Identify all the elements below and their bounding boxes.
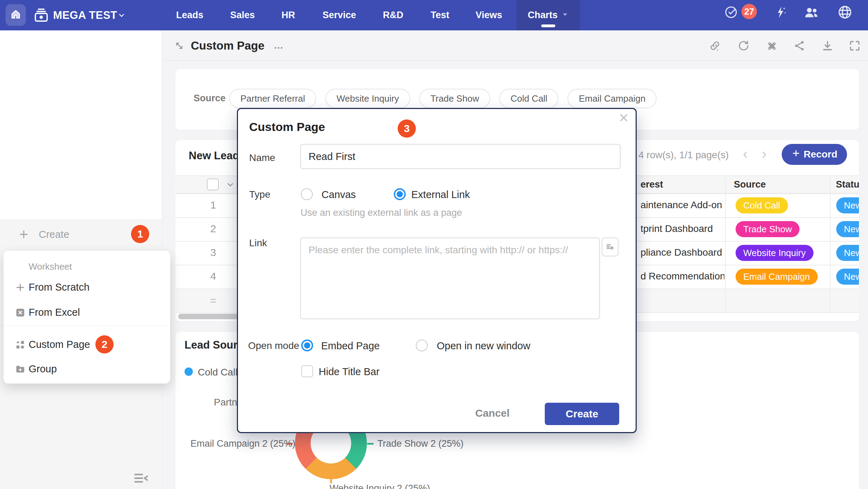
share-icon[interactable] xyxy=(793,39,806,53)
status-badge-clipped[interactable]: New xyxy=(836,221,859,237)
nav-tab-leads[interactable]: Leads xyxy=(176,10,203,21)
source-badge[interactable]: Email Campaign xyxy=(736,269,818,285)
header-status-clipped[interactable]: Status xyxy=(836,179,859,190)
create-label: Create xyxy=(39,229,69,240)
workspace-name[interactable]: MEGA TEST xyxy=(53,9,117,22)
globe-icon[interactable] xyxy=(837,5,853,21)
row-number[interactable]: 1 xyxy=(196,199,231,211)
workspace-logo-icon[interactable] xyxy=(33,7,50,25)
refresh-icon[interactable] xyxy=(737,39,750,53)
add-record-button[interactable]: Record xyxy=(782,144,847,165)
notification-count-badge[interactable]: 27 xyxy=(742,4,757,19)
select-all-checkbox[interactable] xyxy=(207,178,219,190)
radio-open-new-window-label[interactable]: Open in new window xyxy=(437,340,530,352)
automation-bolt-icon[interactable] xyxy=(773,5,788,21)
nav-tab-rd[interactable]: R&D xyxy=(383,10,404,21)
tools-crossed-icon[interactable] xyxy=(766,39,778,53)
charts-dropdown-triangle-icon xyxy=(561,11,569,20)
row-number[interactable]: 3 xyxy=(196,247,231,258)
donut-label-website: Website Inquiry 2 (25%) xyxy=(330,483,430,489)
home-button[interactable] xyxy=(6,4,26,26)
header-interest-fragment[interactable]: erest xyxy=(641,179,663,190)
cell-interest-fragment[interactable]: tprint Dashboard xyxy=(641,223,724,234)
nav-tab-charts-active[interactable]: Charts xyxy=(516,0,580,30)
expand-widget-icon[interactable] xyxy=(174,41,185,52)
nav-tab-service[interactable]: Service xyxy=(323,10,356,21)
legend-dot xyxy=(185,367,193,376)
name-field-label: Name xyxy=(249,152,275,163)
header-chevron-down-icon[interactable] xyxy=(226,180,235,191)
hide-title-bar-checkbox[interactable] xyxy=(301,365,313,377)
page-title: Custom Page xyxy=(191,39,265,52)
donut-label-email: Email Campaign 2 (25%) xyxy=(190,438,284,449)
workspace-chevron-down-icon[interactable] xyxy=(117,11,126,21)
radio-embed-page-label[interactable]: Embed Page xyxy=(321,340,380,352)
fullscreen-icon[interactable] xyxy=(848,39,861,53)
legend-label-partner-fragment[interactable]: Partn xyxy=(214,397,237,408)
home-icon xyxy=(10,9,21,21)
cancel-button[interactable]: Cancel xyxy=(475,407,509,419)
top-navbar: MEGA TEST Leads Sales HR Service R&D Tes… xyxy=(0,0,868,30)
radio-canvas[interactable] xyxy=(301,188,313,200)
download-icon[interactable] xyxy=(821,39,834,53)
radio-canvas-label[interactable]: Canvas xyxy=(321,189,356,200)
legend-label-cold-call[interactable]: Cold Call xyxy=(198,367,238,378)
source-filter-label: Source xyxy=(194,93,226,104)
cell-interest-fragment[interactable]: d Recommendation En xyxy=(641,271,724,282)
source-badge[interactable]: Website Inquiry xyxy=(736,245,813,261)
summary-equals[interactable]: = xyxy=(196,295,231,307)
insert-from-list-button[interactable] xyxy=(602,238,619,256)
annotation-step-3-badge: 3 xyxy=(398,119,416,138)
plus-icon xyxy=(18,228,30,240)
row-number[interactable]: 4 xyxy=(196,270,231,282)
collapse-sidebar-icon[interactable] xyxy=(134,472,149,486)
next-page-chevron-icon[interactable] xyxy=(759,149,769,161)
prev-page-chevron-icon[interactable] xyxy=(740,149,751,161)
radio-open-new-window[interactable] xyxy=(416,340,428,351)
source-badge[interactable]: Trade Show xyxy=(736,221,800,237)
folder-plus-icon xyxy=(15,364,26,376)
status-badge-clipped[interactable]: New xyxy=(836,245,859,261)
radio-embed-page-selected[interactable] xyxy=(301,340,313,351)
column-divider xyxy=(725,175,726,312)
menu-item-from-excel[interactable]: From Excel xyxy=(29,307,80,318)
type-helper-text: Use an existing external link as a page xyxy=(301,207,462,218)
chart-title-fragment: Lead Sour xyxy=(185,339,238,351)
status-badge-clipped[interactable]: New xyxy=(836,197,859,213)
column-divider xyxy=(830,175,831,312)
open-mode-label: Open mode xyxy=(248,340,299,351)
create-button[interactable]: Create xyxy=(545,403,619,425)
chip-email-campaign[interactable]: Email Campaign xyxy=(567,89,657,108)
members-people-icon[interactable] xyxy=(804,6,819,21)
link-textarea[interactable] xyxy=(300,238,600,319)
status-badge-clipped[interactable]: New xyxy=(836,269,859,285)
radio-external-link-label[interactable]: External Link xyxy=(411,189,470,200)
nav-tab-hr[interactable]: HR xyxy=(282,10,295,21)
pie-tick-website xyxy=(330,478,332,483)
radio-external-link-selected[interactable] xyxy=(394,188,406,200)
nav-tab-sales[interactable]: Sales xyxy=(230,10,255,21)
cell-interest-fragment[interactable]: aintenance Add-on xyxy=(641,199,724,211)
menu-item-from-scratch[interactable]: From Scratch xyxy=(29,282,89,293)
chip-partner-referral[interactable]: Partner Referral xyxy=(229,89,316,108)
hide-title-bar-label[interactable]: Hide Title Bar xyxy=(319,366,379,378)
row-number[interactable]: 2 xyxy=(196,223,231,235)
modal-close-icon[interactable] xyxy=(618,112,630,125)
menu-item-group[interactable]: Group xyxy=(29,363,57,375)
more-options-icon[interactable] xyxy=(273,43,284,54)
source-badge[interactable]: Cold Call xyxy=(736,197,788,213)
copy-link-icon[interactable] xyxy=(709,39,721,53)
donut-label-trade: Trade Show 2 (25%) xyxy=(377,438,464,449)
cell-interest-fragment[interactable]: pliance Dashboard xyxy=(641,247,724,258)
tasks-check-icon[interactable] xyxy=(724,5,738,21)
name-input[interactable] xyxy=(300,144,621,169)
chip-website-inquiry[interactable]: Website Inquiry xyxy=(325,89,410,108)
active-tab-underline xyxy=(541,24,555,27)
source-chip-row: Partner Referral Website Inquiry Trade S… xyxy=(229,89,657,108)
chip-trade-show[interactable]: Trade Show xyxy=(419,89,490,108)
nav-tab-test[interactable]: Test xyxy=(431,10,449,21)
header-source[interactable]: Source xyxy=(734,179,766,190)
chip-cold-call[interactable]: Cold Call xyxy=(499,89,559,108)
nav-tab-views[interactable]: Views xyxy=(476,10,502,21)
menu-item-custom-page[interactable]: Custom Page xyxy=(29,339,90,350)
